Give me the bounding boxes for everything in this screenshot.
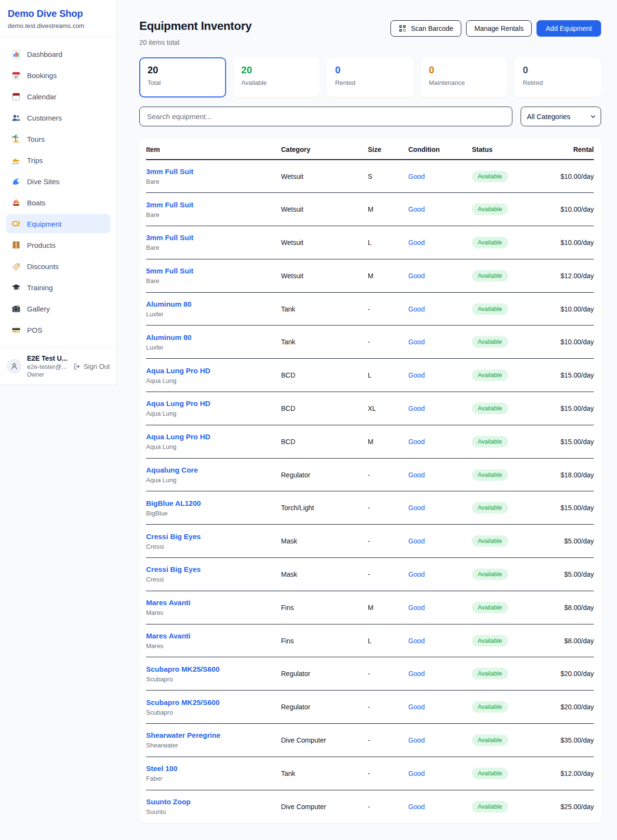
item-condition-link[interactable]: Good: [408, 604, 425, 611]
item-condition-link[interactable]: Good: [408, 371, 425, 379]
item-condition-link[interactable]: Good: [408, 205, 425, 213]
item-name-link[interactable]: Mares Avanti: [146, 632, 281, 640]
sidebar-item-tours[interactable]: Tours: [6, 129, 110, 149]
item-name-link[interactable]: Aqualung Core: [146, 466, 281, 474]
table-row: Aqua Lung Pro HD Aqua Lung BCD M Good Av…: [146, 425, 594, 458]
item-name-link[interactable]: Mares Avanti: [146, 598, 281, 607]
item-name-link[interactable]: Suunto Zoop: [146, 798, 281, 806]
item-condition-link[interactable]: Good: [408, 305, 425, 313]
equipment-icon: [12, 219, 21, 229]
item-brand: Faber: [146, 775, 281, 782]
category-select[interactable]: All Categories: [521, 107, 601, 126]
training-icon: [12, 283, 21, 292]
item-name-link[interactable]: 3mm Full Suit: [146, 201, 281, 209]
bookings-icon: [12, 71, 21, 80]
item-rental-price: $35.00/day: [549, 724, 594, 757]
item-rental-price: $8.00/day: [549, 591, 594, 624]
item-condition-link[interactable]: Good: [408, 637, 425, 645]
stat-card-retired[interactable]: 0 Retired: [514, 57, 601, 97]
item-name-link[interactable]: Scubapro MK25/S600: [146, 698, 281, 706]
table-row: Aqua Lung Pro HD Aqua Lung BCD XL Good A…: [146, 392, 594, 425]
sidebar-item-bookings[interactable]: Bookings: [6, 66, 110, 85]
item-rental-price: $10.00/day: [549, 292, 594, 325]
item-condition-link[interactable]: Good: [408, 803, 425, 811]
item-category: Tank: [281, 757, 368, 790]
item-category: Wetsuit: [281, 226, 368, 259]
table-row: Cressi Big Eyes Cressi Mask - Good Avail…: [146, 558, 594, 591]
item-size: S: [368, 160, 408, 193]
item-name-link[interactable]: Cressi Big Eyes: [146, 532, 281, 541]
item-brand: Aqua Lung: [146, 443, 281, 450]
item-rental-price: $8.00/day: [549, 624, 594, 657]
item-condition-link[interactable]: Good: [408, 239, 425, 246]
sidebar-item-dive-sites[interactable]: Dive Sites: [6, 172, 110, 191]
col-condition: Condition: [408, 138, 472, 160]
item-name-link[interactable]: BigBlue AL1200: [146, 499, 281, 507]
sidebar-item-calendar[interactable]: Calendar: [6, 87, 110, 106]
item-name-link[interactable]: 3mm Full Suit: [146, 167, 281, 176]
item-condition-link[interactable]: Good: [408, 703, 425, 711]
item-rental-price: $5.00/day: [549, 525, 594, 558]
item-size: -: [368, 657, 408, 691]
item-condition-link[interactable]: Good: [408, 670, 425, 677]
item-rental-price: $15.00/day: [549, 359, 594, 392]
item-brand: Bare: [146, 211, 281, 218]
item-size: L: [368, 226, 408, 259]
stat-card-maintenance[interactable]: 0 Maintenance: [421, 57, 508, 97]
status-badge: Available: [472, 768, 508, 779]
sidebar-item-trips[interactable]: Trips: [6, 150, 110, 170]
item-name-link[interactable]: Cressi Big Eyes: [146, 565, 281, 573]
item-condition-link[interactable]: Good: [408, 570, 425, 578]
item-name-link[interactable]: Scubapro MK25/S600: [146, 665, 281, 673]
stat-card-total[interactable]: 20 Total: [139, 57, 226, 97]
stat-value: 20: [148, 64, 218, 76]
item-name-link[interactable]: Aqua Lung Pro HD: [146, 433, 281, 441]
table-row: Aqua Lung Pro HD Aqua Lung BCD L Good Av…: [146, 359, 594, 392]
item-condition-link[interactable]: Good: [408, 471, 425, 479]
sidebar-item-pos[interactable]: POS: [6, 320, 110, 339]
manage-rentals-button[interactable]: Manage Rentals: [466, 20, 532, 37]
sidebar-item-training[interactable]: Training: [6, 278, 110, 297]
scan-barcode-button[interactable]: Scan Barcode: [390, 20, 461, 37]
item-condition-link[interactable]: Good: [408, 770, 425, 777]
user-name: E2E Test U...: [27, 354, 68, 362]
stat-card-rented[interactable]: 0 Rented: [327, 57, 414, 97]
item-name-link[interactable]: 5mm Full Suit: [146, 267, 281, 275]
sign-out-button[interactable]: Sign Out: [73, 363, 110, 370]
item-condition-link[interactable]: Good: [408, 504, 425, 512]
item-name-link[interactable]: Aluminum 80: [146, 333, 281, 341]
item-condition-link[interactable]: Good: [408, 537, 425, 545]
stat-card-available[interactable]: 20 Available: [233, 57, 320, 97]
item-name-link[interactable]: Shearwater Peregrine: [146, 731, 281, 739]
item-condition-link[interactable]: Good: [408, 338, 425, 346]
stat-label: Available: [241, 79, 312, 86]
table-row: Scubapro MK25/S600 Scubapro Regulator - …: [146, 657, 594, 691]
sidebar-item-equipment[interactable]: Equipment: [6, 214, 110, 233]
item-name-link[interactable]: Aqua Lung Pro HD: [146, 366, 281, 375]
table-row: Aluminum 80 Luxfer Tank - Good Available…: [146, 325, 594, 359]
item-condition-link[interactable]: Good: [408, 173, 425, 180]
item-brand: Aqua Lung: [146, 377, 281, 384]
search-input[interactable]: [139, 107, 512, 126]
item-name-link[interactable]: Aluminum 80: [146, 300, 281, 308]
col-size: Size: [368, 138, 408, 160]
item-condition-link[interactable]: Good: [408, 736, 425, 744]
item-name-link[interactable]: 3mm Full Suit: [146, 233, 281, 242]
sidebar-item-products[interactable]: Products: [6, 235, 110, 255]
table-row: Mares Avanti Mares Fins L Good Available…: [146, 624, 594, 657]
item-rental-price: $10.00/day: [549, 325, 594, 359]
sidebar-item-customers[interactable]: Customers: [6, 108, 110, 127]
item-name-link[interactable]: Aqua Lung Pro HD: [146, 399, 281, 407]
item-condition-link[interactable]: Good: [408, 438, 425, 446]
sidebar-item-dashboard[interactable]: Dashboard: [6, 44, 110, 64]
table-header-row: Item Category Size Condition Status Rent…: [146, 138, 594, 160]
item-condition-link[interactable]: Good: [408, 272, 425, 280]
item-condition-link[interactable]: Good: [408, 405, 425, 412]
item-category: Wetsuit: [281, 160, 368, 193]
page-header: Equipment Inventory 20 items total Scan …: [139, 19, 601, 46]
item-name-link[interactable]: Steel 100: [146, 764, 281, 772]
sidebar-item-boats[interactable]: Boats: [6, 193, 110, 212]
add-equipment-button[interactable]: Add Equipment: [537, 20, 601, 37]
sidebar-item-gallery[interactable]: Gallery: [6, 299, 110, 318]
sidebar-item-discounts[interactable]: Discounts: [6, 257, 110, 276]
